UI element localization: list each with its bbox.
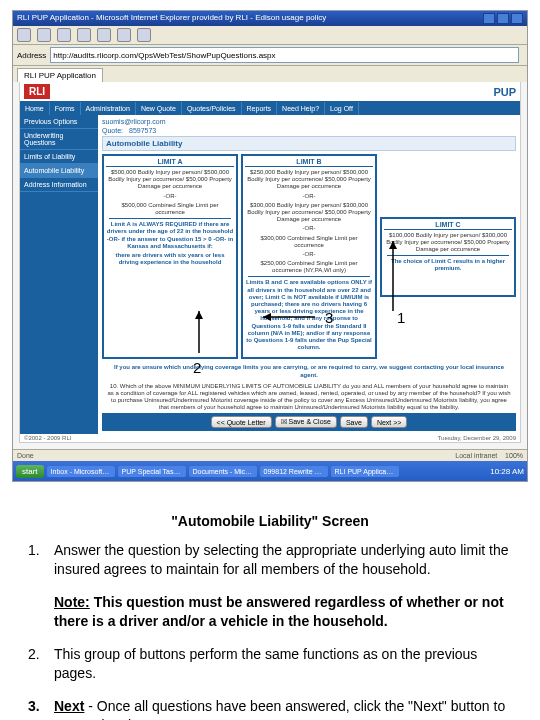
menu-forms[interactable]: Forms [50,102,81,115]
status-zone: Local intranet [455,452,497,459]
doc-item-num: 3. [28,697,54,720]
svg-marker-3 [195,311,203,319]
taskbar-item[interactable]: RLI PUP Application -… [331,466,399,477]
limit-b-line3: $300,000 Combined Single Limit per occur… [245,235,373,249]
disclaimer-text: 10. Which of the above MINIMUM UNDERLYIN… [102,381,516,414]
product-label: PUP [493,86,516,98]
taskbar-item[interactable]: Inbox - Microsoft Out… [47,466,115,477]
copyright-left: ©2002 - 2009 RLI [24,435,71,441]
taskbar-clock: 10:28 AM [490,467,524,476]
doc-item-text: Next - Once all questions have been answ… [54,697,512,720]
callout-2: 2 [193,359,201,376]
sidenav-auto-liability[interactable]: Automobile Liability [20,164,98,178]
question-text: If you are unsure which underlying cover… [102,362,516,380]
menu-quotes-policies[interactable]: Quotes/Policies [182,102,242,115]
limit-a-title: LIMIT A [106,158,234,167]
main-menu: Home Forms Administration New Quote Quot… [20,102,520,115]
menu-home[interactable]: Home [20,102,50,115]
sidenav-prev-options[interactable]: Previous Options [20,115,98,129]
start-button[interactable]: start [16,465,44,478]
limit-b-box: LIMIT B $250,000 Bodily Injury per perso… [241,154,377,359]
doc-note-lead: Note: [54,594,90,610]
section-title: Automobile Liability [102,136,516,151]
doc-item-num: 1. [28,541,54,579]
doc-item-3: 3. Next - Once all questions have been a… [28,697,512,720]
page-content: RLI PUP Home Forms Administration New Qu… [19,82,521,443]
limit-a-req: Limit A is ALWAYS REQUIRED if there are … [106,221,234,250]
doc-item-num: 2. [28,645,54,683]
menu-logoff[interactable]: Log Off [325,102,359,115]
copyright-right: Tuesday, December 29, 2009 [438,435,516,441]
forward-icon[interactable] [37,28,51,42]
window-titlebar: RLI PUP Application - Microsoft Internet… [13,11,527,26]
callout-arrow-2 [189,311,209,361]
taskbar-item[interactable]: Documents - Micros… [189,466,257,477]
limits-row: LIMIT A $500,000 Bodily Injury per perso… [102,154,516,359]
callout-1: 1 [397,309,405,326]
save-close-button[interactable]: ☒ Save & Close [275,416,337,428]
callout-3: 3 [325,309,333,326]
quote-letter-button[interactable]: << Quote Letter [211,416,272,428]
limit-a-line2: $500,000 Combined Single Limit per occur… [106,202,234,216]
app-header: RLI PUP [20,82,520,102]
taskbar-item[interactable]: PUP Special Task Se… [118,466,186,477]
home-icon[interactable] [97,28,111,42]
address-label: Address [17,51,46,60]
doc-item-text: Answer the question by selecting the app… [54,541,512,579]
next-button[interactable]: Next >> [371,416,408,428]
limit-a-or1: -OR- [106,193,234,200]
back-icon[interactable] [17,28,31,42]
doc-item-lead: Next [54,698,84,714]
status-bar: Done Local intranet 100% [13,449,527,461]
callout-arrow-3 [263,307,323,327]
menu-reports[interactable]: Reports [242,102,278,115]
taskbar: start Inbox - Microsoft Out… PUP Special… [13,461,527,481]
button-row: << Quote Letter ☒ Save & Close Save Next… [102,413,516,431]
close-icon[interactable] [511,13,523,24]
tab-strip: RLI PUP Application [13,66,527,82]
maximize-icon[interactable] [497,13,509,24]
save-button[interactable]: Save [340,416,368,428]
rli-logo: RLI [24,84,50,99]
crumbs2: Quote: 8597573 [102,127,516,134]
window-controls [483,13,523,24]
doc-item-text: This group of buttons perform the same f… [54,645,512,683]
limit-a-req2: there are drivers with six years or less… [106,252,234,266]
doc-note-body: This question must be answered regardles… [54,594,504,629]
search-icon[interactable] [117,28,131,42]
address-input[interactable] [50,47,519,63]
sidenav-uw-questions[interactable]: Underwriting Questions [20,129,98,150]
sidenav-limits[interactable]: Limits of Liability [20,150,98,164]
main-panel: suomis@rlicorp.com Quote: 8597573 Automo… [98,115,520,434]
limit-b-line1: $250,000 Bodily Injury per person/ $500,… [245,169,373,191]
limit-a-box: LIMIT A $500,000 Bodily Injury per perso… [102,154,238,359]
menu-admin[interactable]: Administration [81,102,136,115]
browser-tab[interactable]: RLI PUP Application [17,68,103,82]
svg-marker-1 [389,241,397,249]
taskbar-item[interactable]: 099812 Rewrite PUP… [260,466,328,477]
doc-item-rest: - Once all questions have been answered,… [54,698,505,720]
address-bar: Address [13,45,527,66]
svg-marker-5 [263,313,271,321]
minimize-icon[interactable] [483,13,495,24]
window-title: RLI PUP Application - Microsoft Internet… [17,13,326,24]
screenshot-container: RLI PUP Application - Microsoft Internet… [12,10,528,482]
doc-note: Note: This question must be answered reg… [54,593,512,631]
menu-help[interactable]: Need Help? [277,102,325,115]
sidenav-address[interactable]: Address Information [20,178,98,192]
browser-toolbar [13,26,527,45]
limit-c-note: The choice of Limit C results in a highe… [384,258,512,272]
limit-c-title: LIMIT C [384,221,512,230]
stop-icon[interactable] [57,28,71,42]
refresh-icon[interactable] [77,28,91,42]
menu-new-quote[interactable]: New Quote [136,102,182,115]
crumbs: suomis@rlicorp.com [102,118,516,125]
crumb-quote-label: Quote: [102,127,123,134]
doc-title: "Automobile Liability" Screen [28,512,512,531]
doc-item-1: 1. Answer the question by selecting the … [28,541,512,579]
side-nav: Previous Options Underwriting Questions … [20,115,98,434]
limit-a-line1: $500,000 Bodily Injury per person/ $500,… [106,169,234,191]
limit-c-line1: $100,000 Bodily Injury per person/ $300,… [384,232,512,254]
favorites-icon[interactable] [137,28,151,42]
status-zoom: 100% [505,452,523,459]
